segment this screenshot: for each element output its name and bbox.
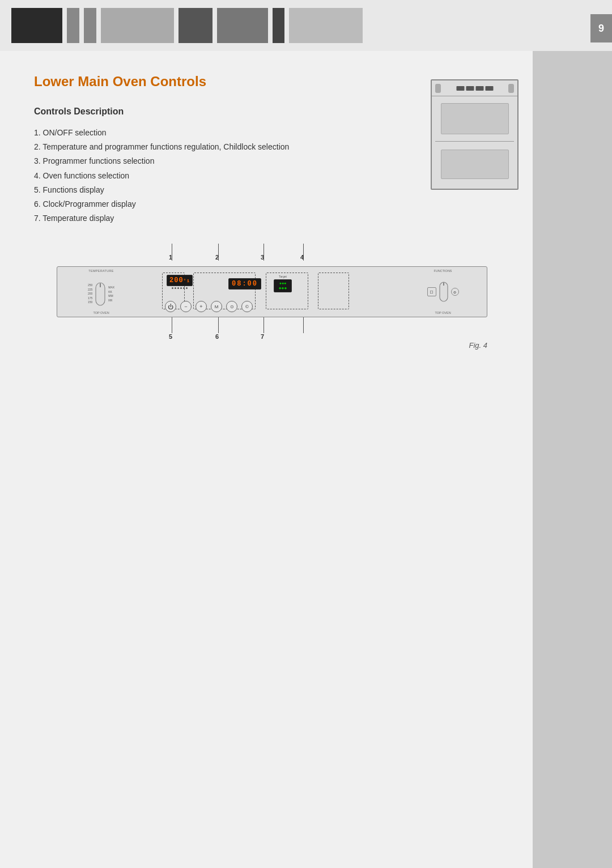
target-inner: ●●● ●●●: [276, 281, 290, 291]
oven-upper-window: [441, 103, 509, 134]
function-icon-right: ⊙: [451, 288, 459, 296]
header-block-2: [67, 8, 79, 43]
target-label: Target: [279, 275, 287, 278]
temp-mini-dots: [172, 287, 188, 289]
list-item: 4. Oven functions selection: [34, 169, 499, 183]
temp-sup: °1: [184, 278, 190, 283]
dot6: [186, 287, 188, 289]
header-block-6: [217, 8, 268, 43]
header-block-5: [178, 8, 212, 43]
dot4: [180, 287, 182, 289]
num-label-bottom-2: 6: [215, 333, 219, 340]
left-temp-section: TEMPERATURE 250 225 200 175 150 MAX KK: [63, 267, 139, 317]
vline-bottom-1: [172, 317, 172, 333]
list-item: 2. Temperature and programmer functions …: [34, 140, 499, 154]
page-number: 9: [598, 23, 604, 35]
dot2: [175, 287, 176, 289]
fig-label: Fig. 4: [469, 341, 487, 350]
temp-display-group: 200°1: [167, 275, 193, 289]
fig-label-container: Fig. 4: [57, 340, 487, 350]
function-icon: □: [427, 287, 436, 296]
control-panel-container: 1 2 3 4 TEMPERATURE 250 225 200 175 150: [57, 244, 487, 350]
mode-button[interactable]: M: [211, 301, 222, 312]
minus-button[interactable]: −: [180, 301, 192, 312]
oven-lower: [435, 145, 514, 184]
timer-button[interactable]: ⊙: [226, 301, 237, 312]
oven-knob-left: [435, 84, 441, 93]
oven-display-block-4: [485, 86, 493, 91]
oven-outer: [431, 79, 518, 190]
temp-label-top: TEMPERATURE: [88, 269, 113, 273]
temp-lcd: 200°1: [167, 275, 193, 286]
vline-bottom-4: [303, 317, 304, 333]
oven-top-strip: [432, 80, 517, 96]
oven-display-block-1: [456, 86, 464, 91]
oven-knob-right: [508, 84, 514, 93]
page-title: Lower Main Oven Controls: [34, 74, 499, 90]
power-button[interactable]: ⏻: [165, 301, 176, 312]
right-sidebar: [533, 51, 612, 868]
vline-top-3: [264, 244, 264, 261]
temp-value: 200: [169, 276, 184, 284]
indicator-box-4: [318, 273, 349, 309]
header-block-8: [289, 8, 363, 43]
functions-label-top: FUNCTIONS: [434, 269, 452, 273]
functions-knob-svg: [439, 281, 449, 303]
list-item: 7. Temperature display: [34, 211, 499, 225]
vline-top-4: [303, 244, 304, 261]
header-block-7: [273, 8, 285, 43]
vline-top-1: [172, 244, 172, 261]
header-block-1: [11, 8, 62, 43]
page-number-tab: 9: [590, 14, 612, 42]
buttons-row: ⏻ − + M ⊙ ©: [165, 301, 253, 312]
vline-top-2: [218, 244, 219, 261]
clock-button[interactable]: ©: [241, 301, 253, 312]
list-item: 5. Functions display: [34, 183, 499, 197]
labels-below: 5 6 7: [57, 317, 487, 340]
clock-lcd: 08:00: [228, 278, 261, 290]
num-label-bottom-1: 5: [169, 333, 172, 340]
target-display-group: Target ●●● ●●●: [274, 275, 292, 292]
num-label-bottom-3: 7: [261, 333, 264, 340]
oven-display-block-2: [466, 86, 474, 91]
clock-display-group: 08:00: [228, 278, 261, 290]
target-lcd: ●●● ●●●: [274, 279, 292, 292]
control-panel: TEMPERATURE 250 225 200 175 150 MAX KK: [57, 266, 487, 317]
oven-lower-window: [441, 150, 509, 179]
oven-display-row: [456, 86, 493, 91]
temp-marks: 250 225 200 175 150: [88, 283, 92, 305]
top-oven-label-left: TOP OVEN: [93, 311, 109, 314]
temp-knob-svg: [94, 282, 107, 307]
dot5: [183, 287, 185, 289]
temp-knob-row: 250 225 200 175 150 MAX KK MM RR: [88, 282, 114, 307]
top-oven-label-right: TOP OVEN: [435, 311, 450, 314]
oven-display-block-3: [475, 86, 483, 91]
dot1: [172, 287, 173, 289]
section-heading: Controls Description: [34, 107, 499, 117]
temp-marks-right: MAX KK MM RR: [108, 286, 114, 303]
controls-list: 1. ON/OFF selection 2. Temperature and p…: [34, 126, 499, 225]
list-item: 1. ON/OFF selection: [34, 126, 499, 140]
oven-diagram: [431, 79, 521, 193]
list-item: 6. Clock/Programmer display: [34, 197, 499, 211]
functions-knob-row: □ ⊙: [427, 281, 459, 303]
plus-button[interactable]: +: [196, 301, 207, 312]
dot3: [177, 287, 179, 289]
right-functions-section: FUNCTIONS □ ⊙ TOP OVEN: [405, 267, 481, 317]
list-item: 3. Programmer functions selection: [34, 154, 499, 168]
vline-bottom-3: [264, 317, 264, 333]
labels-above: 1 2 3 4: [57, 244, 487, 266]
header-block-3: [84, 8, 96, 43]
header-bar: [0, 0, 374, 51]
oven-upper: [435, 96, 514, 142]
header-block-4: [101, 8, 175, 43]
vline-bottom-2: [218, 317, 219, 333]
